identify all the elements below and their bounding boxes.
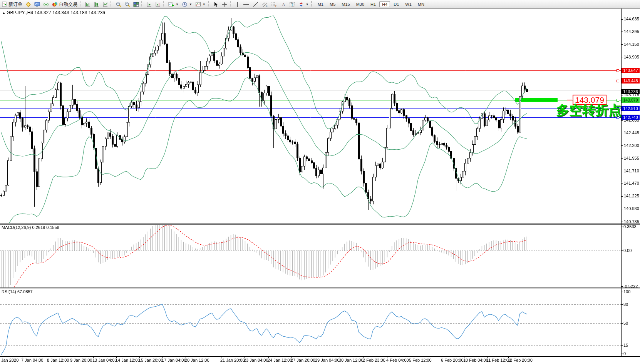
chart-canvas[interactable] [0,8,640,364]
mt4-window: 新订单 自动交易 ▼ ▼ ▼ E F A T ▼ [0,0,640,364]
